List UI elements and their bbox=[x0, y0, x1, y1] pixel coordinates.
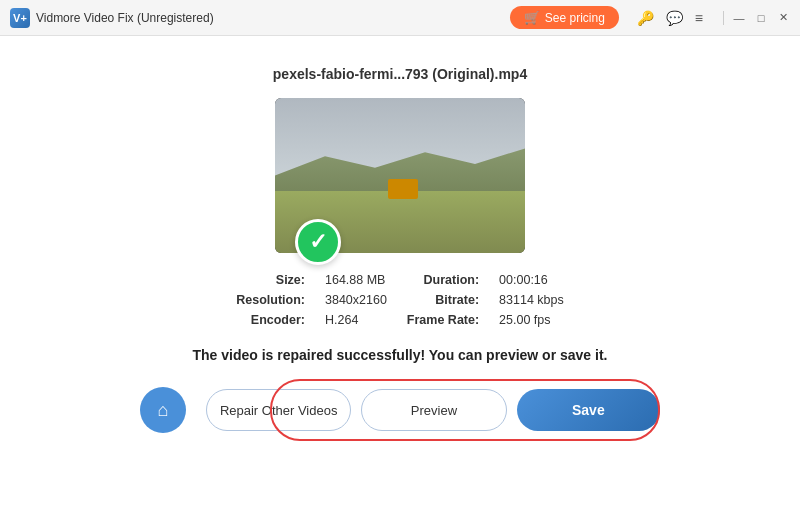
titlebar-icons: 🔑 💬 ≡ bbox=[637, 10, 703, 26]
duration-label: Duration: bbox=[407, 273, 479, 287]
framerate-value: 25.00 fps bbox=[499, 313, 564, 327]
success-message: The video is repaired successfully! You … bbox=[193, 347, 608, 363]
encoder-label: Encoder: bbox=[236, 313, 305, 327]
size-value: 164.88 MB bbox=[325, 273, 387, 287]
maximize-button[interactable]: □ bbox=[754, 11, 768, 25]
app-title: Vidmore Video Fix (Unregistered) bbox=[36, 11, 214, 25]
home-button[interactable]: ⌂ bbox=[140, 387, 186, 433]
combine-vehicle bbox=[388, 179, 418, 199]
app-logo: V+ Vidmore Video Fix (Unregistered) bbox=[10, 8, 214, 28]
video-title: pexels-fabio-fermi...793 (Original).mp4 bbox=[273, 66, 527, 82]
minimize-button[interactable]: — bbox=[732, 11, 746, 25]
check-icon: ✓ bbox=[309, 229, 327, 255]
duration-value: 00:00:16 bbox=[499, 273, 564, 287]
bitrate-value: 83114 kbps bbox=[499, 293, 564, 307]
close-button[interactable]: ✕ bbox=[776, 11, 790, 25]
home-icon: ⌂ bbox=[158, 400, 169, 421]
pricing-label: See pricing bbox=[545, 11, 605, 25]
titlebar-actions: 🛒 See pricing 🔑 💬 ≡ — □ ✕ bbox=[510, 6, 790, 29]
menu-icon[interactable]: ≡ bbox=[695, 10, 703, 26]
resolution-label: Resolution: bbox=[236, 293, 305, 307]
video-info-grid: Size: 164.88 MB Duration: 00:00:16 Resol… bbox=[236, 273, 564, 327]
main-content: pexels-fabio-fermi...793 (Original).mp4 … bbox=[0, 36, 800, 516]
encoder-value: H.264 bbox=[325, 313, 387, 327]
cart-icon: 🛒 bbox=[524, 10, 540, 25]
separator bbox=[723, 11, 724, 25]
success-check-badge: ✓ bbox=[295, 219, 341, 265]
pricing-button[interactable]: 🛒 See pricing bbox=[510, 6, 619, 29]
titlebar: V+ Vidmore Video Fix (Unregistered) 🛒 Se… bbox=[0, 0, 800, 36]
key-icon[interactable]: 🔑 bbox=[637, 10, 654, 26]
video-container: ✓ bbox=[275, 98, 525, 253]
preview-button[interactable]: Preview bbox=[361, 389, 506, 431]
logo-icon: V+ bbox=[10, 8, 30, 28]
save-button[interactable]: Save bbox=[517, 389, 660, 431]
window-controls: — □ ✕ bbox=[723, 11, 790, 25]
action-bar: ⌂ Repair Other Videos Preview Save bbox=[140, 387, 660, 433]
repair-other-button[interactable]: Repair Other Videos bbox=[206, 389, 351, 431]
resolution-value: 3840x2160 bbox=[325, 293, 387, 307]
framerate-label: Frame Rate: bbox=[407, 313, 479, 327]
size-label: Size: bbox=[236, 273, 305, 287]
bitrate-label: Bitrate: bbox=[407, 293, 479, 307]
chat-icon[interactable]: 💬 bbox=[666, 10, 683, 26]
